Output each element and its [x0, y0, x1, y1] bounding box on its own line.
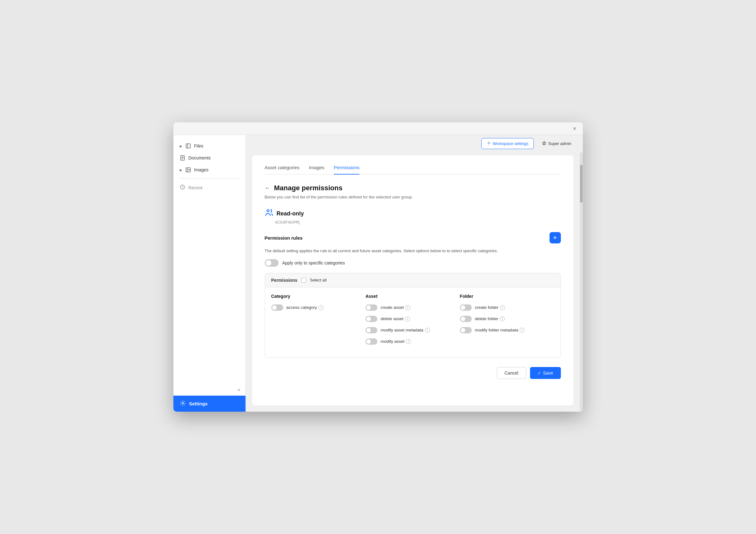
- modify-asset-info-icon[interactable]: i: [406, 339, 411, 344]
- specific-categories-toggle[interactable]: [265, 259, 279, 267]
- sidebar-documents-label: Documents: [189, 155, 211, 160]
- create-folder-toggle[interactable]: [460, 304, 472, 311]
- sidebar-item-recent[interactable]: Recent: [174, 181, 246, 194]
- settings-button[interactable]: Settings: [174, 395, 246, 412]
- modify-asset-metadata-info-icon[interactable]: i: [425, 328, 430, 333]
- modify-asset-metadata-toggle[interactable]: [365, 327, 377, 333]
- delete-asset-info-icon[interactable]: i: [405, 317, 410, 321]
- sidebar-nav: ▶ Files Documents ▶: [174, 135, 246, 384]
- collapse-icon: «: [238, 387, 240, 393]
- sidebar-images-label: Images: [194, 167, 209, 172]
- documents-icon: [180, 155, 185, 161]
- main-window: × ▶ Files Documents: [174, 122, 583, 412]
- create-asset-label: create asset i: [381, 305, 410, 310]
- sidebar-item-documents[interactable]: Documents: [174, 152, 246, 164]
- select-all-checkbox[interactable]: [301, 278, 306, 283]
- back-arrow-button[interactable]: ←: [265, 185, 270, 191]
- select-all-label: Select all: [310, 278, 327, 282]
- dialog-container: Asset categories Images Permissions ←: [246, 152, 580, 412]
- tabs: Asset categories Images Permissions: [265, 165, 561, 174]
- category-col-header: Category: [271, 294, 366, 299]
- scrollbar-thumb[interactable]: [580, 165, 582, 203]
- modify-asset-toggle[interactable]: [365, 338, 377, 345]
- top-bar: Workspace settings Super admin: [246, 135, 583, 152]
- title-bar: ×: [174, 122, 583, 135]
- super-admin-button[interactable]: Super admin: [537, 139, 577, 149]
- tab-images[interactable]: Images: [309, 165, 324, 174]
- permissions-header-label: Permissions: [271, 278, 297, 283]
- delete-asset-label: delete asset i: [381, 317, 410, 321]
- sidebar-collapse-button[interactable]: «: [174, 384, 246, 395]
- specific-categories-toggle-row: Apply only to specific categories: [265, 259, 561, 267]
- images-icon: [185, 167, 191, 173]
- save-label: Save: [543, 370, 553, 375]
- category-column: Category access category i: [271, 294, 366, 350]
- checkmark-icon: ✓: [538, 370, 541, 375]
- perm-row-modify-asset: modify asset i: [365, 338, 460, 345]
- sidebar-files-label: Files: [194, 143, 203, 148]
- group-header: Read-only: [265, 208, 561, 219]
- create-folder-info-icon[interactable]: i: [500, 305, 505, 310]
- delete-folder-toggle[interactable]: [460, 316, 472, 322]
- group-section: Read-only kCIUkF4iUPRj: [265, 208, 561, 224]
- workspace-settings-button[interactable]: Workspace settings: [481, 138, 534, 149]
- permissions-table-header: Permissions Select all: [265, 273, 560, 288]
- scrollbar[interactable]: [580, 152, 583, 412]
- permission-rules-title: Permission rules: [265, 235, 303, 241]
- tab-asset-categories[interactable]: Asset categories: [265, 165, 300, 174]
- access-category-info-icon[interactable]: i: [318, 305, 324, 310]
- access-category-label: access category i: [286, 305, 324, 310]
- tab-permissions[interactable]: Permissions: [334, 165, 360, 174]
- perm-row-modify-asset-metadata: modify asset metadata i: [365, 327, 460, 333]
- perm-row-delete-asset: delete asset i: [365, 316, 460, 322]
- modify-asset-label: modify asset i: [381, 339, 411, 344]
- sidebar: ▶ Files Documents ▶: [174, 135, 246, 412]
- manage-permissions-header: ← Manage permissions: [265, 184, 561, 192]
- modify-folder-metadata-info-icon[interactable]: i: [520, 328, 525, 333]
- create-asset-info-icon[interactable]: i: [405, 305, 410, 310]
- specific-categories-label: Apply only to specific categories: [282, 260, 345, 266]
- group-id: kCIUkF4iUPRj: [275, 220, 561, 224]
- folder-column: Folder create folder i: [460, 294, 554, 350]
- folder-col-header: Folder: [460, 294, 554, 299]
- manage-permissions-title: Manage permissions: [274, 184, 343, 192]
- svg-point-11: [267, 210, 269, 212]
- workspace-icon: [487, 141, 491, 146]
- super-admin-label: Super admin: [548, 141, 572, 146]
- svg-point-9: [182, 402, 183, 404]
- save-button[interactable]: ✓ Save: [530, 367, 561, 379]
- permissions-table: Permissions Select all Category: [265, 273, 561, 358]
- asset-column: Asset create asset i: [365, 294, 460, 350]
- delete-folder-info-icon[interactable]: i: [500, 317, 505, 321]
- sidebar-item-images[interactable]: ▶ Images: [174, 164, 246, 176]
- perm-row-modify-folder-metadata: modify folder metadata i: [460, 327, 554, 333]
- sidebar-recent-label: Recent: [189, 185, 202, 190]
- close-button[interactable]: ×: [572, 125, 578, 132]
- perm-row-create-asset: create asset i: [365, 304, 460, 311]
- svg-point-10: [488, 142, 489, 144]
- super-admin-icon: [542, 141, 546, 146]
- delete-folder-label: delete folder i: [475, 317, 505, 321]
- group-name: Read-only: [277, 210, 304, 217]
- permissions-table-body: Category access category i: [265, 288, 560, 357]
- sidebar-item-files[interactable]: ▶ Files: [174, 140, 246, 152]
- workspace-settings-label: Workspace settings: [493, 141, 528, 146]
- perm-row-delete-folder: delete folder i: [460, 316, 554, 322]
- delete-asset-toggle[interactable]: [365, 316, 377, 322]
- perm-row-create-folder: create folder i: [460, 304, 554, 311]
- expand-arrow-images: ▶: [180, 168, 182, 172]
- perm-row-access-category: access category i: [271, 304, 366, 311]
- modify-folder-metadata-toggle[interactable]: [460, 327, 472, 333]
- access-category-toggle[interactable]: [271, 304, 283, 311]
- svg-rect-0: [186, 144, 190, 148]
- rule-description: The default setting applies the rule to …: [265, 248, 561, 254]
- settings-gear-icon: [180, 400, 186, 407]
- manage-permissions-subtitle: Below you can find list of the permissio…: [265, 195, 561, 199]
- content-area: ▶ Files Documents ▶: [174, 135, 583, 412]
- main-content: Workspace settings Super admin Asse: [246, 135, 583, 412]
- sidebar-divider: [180, 178, 239, 179]
- create-asset-toggle[interactable]: [365, 304, 377, 311]
- add-rule-button[interactable]: +: [550, 232, 561, 243]
- cancel-button[interactable]: Cancel: [497, 367, 526, 379]
- modify-folder-metadata-label: modify folder metadata i: [475, 328, 525, 333]
